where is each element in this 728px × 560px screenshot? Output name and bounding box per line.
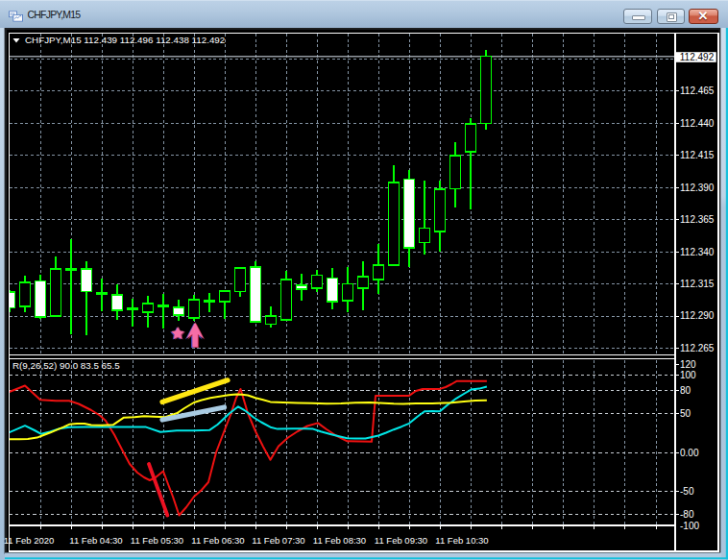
- svg-text:11 Feb 07:30: 11 Feb 07:30: [252, 535, 304, 546]
- svg-text:50: 50: [680, 408, 692, 419]
- svg-text:112.340: 112.340: [680, 247, 715, 257]
- svg-text:112.492: 112.492: [680, 52, 715, 62]
- svg-text:11 Feb 08:30: 11 Feb 08:30: [313, 535, 366, 546]
- svg-text:120: 120: [680, 359, 696, 370]
- svg-text:112.315: 112.315: [680, 279, 715, 289]
- svg-text:-80: -80: [680, 509, 694, 520]
- svg-text:11 Feb 06:30: 11 Feb 06:30: [191, 535, 244, 546]
- svg-text:11 Feb 09:30: 11 Feb 09:30: [375, 535, 427, 546]
- svg-text:-100: -100: [680, 521, 699, 531]
- svg-text:80: 80: [680, 385, 692, 396]
- svg-text:R(9,26,52) 90.0 83.5 65.5: R(9,26,52) 90.0 83.5 65.5: [12, 360, 120, 371]
- svg-text:11 Feb 05:30: 11 Feb 05:30: [131, 535, 183, 546]
- svg-text:CHFJPY,M15 112.439 112.496 11: CHFJPY,M15 112.439 112.496 112.438 112.4…: [25, 35, 225, 45]
- svg-text:0.00: 0.00: [680, 448, 699, 458]
- svg-text:100: 100: [680, 370, 696, 380]
- svg-text:11 Feb 10:30: 11 Feb 10:30: [435, 535, 488, 546]
- svg-text:112.365: 112.365: [680, 214, 715, 225]
- svg-text:112.265: 112.265: [680, 343, 715, 353]
- svg-text:112.415: 112.415: [680, 150, 715, 160]
- svg-text:112.290: 112.290: [680, 310, 715, 321]
- svg-text:11 Feb 04:30: 11 Feb 04:30: [69, 535, 122, 546]
- svg-text:112.440: 112.440: [680, 118, 715, 129]
- svg-text:11 Feb 2020: 11 Feb 2020: [4, 535, 55, 546]
- svg-text:112.465: 112.465: [680, 85, 715, 96]
- svg-text:-50: -50: [680, 486, 694, 497]
- svg-text:112.390: 112.390: [680, 183, 715, 193]
